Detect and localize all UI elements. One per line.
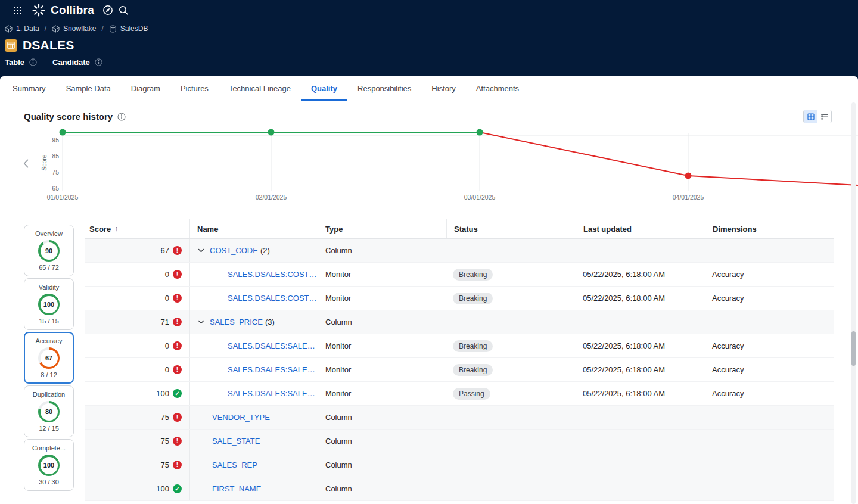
name-cell: SALES.DSALES:COST_... — [189, 263, 318, 286]
dimension-label: Validity — [26, 284, 72, 291]
tab-responsibilities[interactable]: Responsibilities — [347, 76, 421, 101]
tab-summary[interactable]: Summary — [2, 76, 56, 101]
column-link[interactable]: VENDOR_TYPE — [212, 413, 270, 422]
dimension-score-ring: 90 — [38, 240, 60, 262]
type-cell: Column — [318, 477, 446, 500]
error-icon: ! — [173, 294, 182, 303]
info-icon[interactable] — [117, 113, 126, 121]
svg-text:Score: Score — [41, 154, 48, 171]
collibra-logo-mark — [31, 2, 46, 18]
status-badge: Breaking — [453, 269, 493, 281]
collibra-logo[interactable]: Collibra — [31, 2, 94, 18]
quality-table-row: 0!SALES.DSALES:COST_...MonitorBreaking05… — [85, 263, 834, 287]
score-cell: 0! — [85, 287, 189, 310]
search-icon[interactable] — [116, 2, 131, 18]
column-header-dimensions[interactable]: Dimensions — [705, 219, 834, 238]
status-cell — [446, 477, 576, 500]
column-link[interactable]: SALES_PRICE — [210, 318, 263, 326]
tab-sample-data[interactable]: Sample Data — [56, 76, 121, 101]
scrollbar-track[interactable] — [851, 102, 856, 504]
column-link[interactable]: SALE_STATE — [212, 437, 260, 446]
monitor-link[interactable]: SALES.DSALES:SALES_... — [228, 389, 318, 398]
column-header-score[interactable]: Score ↑ — [85, 219, 189, 238]
column-header-last-updated[interactable]: Last updated — [576, 219, 705, 238]
list-view-button[interactable] — [817, 110, 831, 123]
score-cell: 0! — [85, 358, 189, 381]
column-header-name[interactable]: Name — [189, 219, 318, 238]
monitor-link[interactable]: SALES.DSALES:SALES_... — [228, 365, 318, 374]
tab-diagram[interactable]: Diagram — [121, 76, 170, 101]
quality-table-row: 67!COST_CODE(2)Column — [85, 239, 834, 263]
quality-score-chart-area: 01/01/202502/01/202503/01/202504/01/2025… — [0, 126, 858, 202]
monitor-link[interactable]: SALES.DSALES:COST_... — [228, 270, 318, 279]
svg-text:65: 65 — [52, 185, 59, 192]
tab-attachments[interactable]: Attachments — [466, 76, 529, 101]
breadcrumb-separator: / — [45, 24, 46, 33]
error-icon: ! — [173, 413, 182, 422]
dimension-card-duplication[interactable]: Duplication8012 / 15 — [24, 385, 74, 437]
tab-history[interactable]: History — [421, 76, 465, 101]
column-header-type[interactable]: Type — [318, 219, 446, 238]
apps-grid-icon[interactable] — [10, 2, 25, 18]
quality-section-header: Quality score history — [0, 101, 858, 123]
last-updated-cell: 05/22/2025, 6:18:00 AM — [576, 287, 705, 310]
last-updated-cell — [576, 406, 705, 429]
type-cell: Monitor — [318, 382, 446, 405]
page-title: DSALES — [23, 38, 74, 52]
info-icon[interactable] — [29, 58, 37, 66]
chart-view-button[interactable] — [804, 110, 817, 123]
tab-technical-lineage[interactable]: Technical Lineage — [219, 76, 301, 101]
monitor-link[interactable]: SALES.DSALES:SALES_... — [228, 341, 318, 350]
info-icon[interactable] — [95, 58, 102, 66]
status-cell: Breaking — [446, 334, 576, 357]
column-link[interactable]: FIRST_NAME — [212, 484, 261, 493]
dimension-card-validity[interactable]: Validity10015 / 15 — [24, 278, 74, 330]
column-link[interactable]: COST_CODE — [210, 246, 258, 255]
name-cell: SALES_REP — [189, 453, 318, 477]
dimension-detail: 12 / 15 — [26, 425, 72, 432]
name-cell: SALES.DSALES:COST_... — [189, 287, 318, 310]
chevron-down-icon[interactable] — [198, 248, 204, 253]
breadcrumb-item-salesdb[interactable]: SalesDB — [109, 24, 148, 33]
collibra-wordmark: Collibra — [51, 4, 94, 17]
score-cell: 0! — [85, 263, 189, 286]
breadcrumb-separator: / — [101, 24, 103, 33]
quality-table-row: 0!SALES.DSALES:SALES_...MonitorBreaking0… — [85, 358, 834, 382]
quality-table-row: 75!SALES_REPColumn — [85, 453, 834, 477]
chevron-down-icon[interactable] — [198, 320, 204, 324]
quality-table-row: 75!VENDOR_TYPEColumn — [85, 406, 834, 430]
dimension-card-complete[interactable]: Complete...10030 / 30 — [24, 439, 74, 491]
type-cell: Monitor — [318, 358, 446, 381]
svg-text:03/01/2025: 03/01/2025 — [464, 194, 496, 201]
compass-icon[interactable] — [100, 2, 116, 18]
svg-text:02/01/2025: 02/01/2025 — [256, 194, 287, 201]
database-icon — [109, 25, 117, 33]
last-updated-cell: 05/22/2025, 6:18:00 AM — [576, 334, 705, 357]
tab-quality[interactable]: Quality — [301, 76, 347, 101]
name-cell: VENDOR_TYPE — [189, 406, 318, 429]
column-link[interactable]: SALES_REP — [212, 461, 257, 469]
dimensions-cell — [705, 453, 834, 477]
dimension-card-accuracy[interactable]: Accuracy678 / 12 — [24, 332, 74, 384]
dimension-label: Complete... — [26, 444, 72, 452]
status-cell — [446, 239, 576, 262]
breadcrumb-label: SalesDB — [120, 24, 148, 33]
tab-pictures[interactable]: Pictures — [170, 76, 219, 101]
monitor-link[interactable]: SALES.DSALES:COST_... — [228, 294, 318, 303]
last-updated-cell — [576, 430, 705, 453]
breadcrumb-item-1-data[interactable]: 1. Data — [5, 24, 39, 33]
score-cell: 0! — [85, 334, 189, 357]
asset-type-label: Table — [5, 58, 24, 67]
score-cell: 100✓ — [85, 382, 189, 405]
top-navigation-bar: Collibra — [0, 0, 858, 20]
name-cell: SALES.DSALES:SALES_... — [189, 334, 318, 357]
table-asset-icon — [5, 39, 17, 52]
dimension-score: 100 — [43, 462, 54, 469]
quality-table: Score ↑ Name Type Status Last updated Di… — [85, 219, 834, 501]
vertical-scrollbar[interactable] — [851, 331, 856, 366]
dimension-card-overview[interactable]: Overview9065 / 72 — [24, 225, 74, 276]
success-icon: ✓ — [173, 389, 182, 398]
chevron-left-icon[interactable] — [20, 157, 31, 170]
breadcrumb-item-snowflake[interactable]: Snowflake — [52, 24, 96, 33]
column-header-status[interactable]: Status — [446, 219, 576, 238]
